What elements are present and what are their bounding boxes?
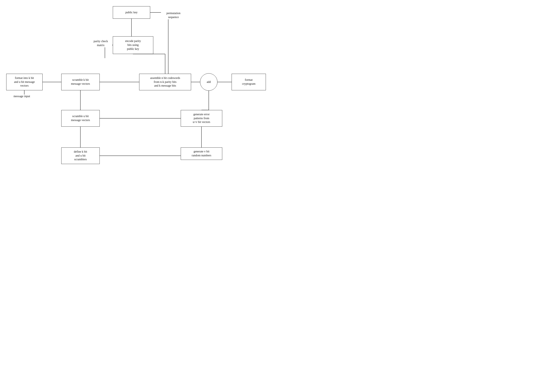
parity-check-label: parity check matrix	[89, 39, 112, 47]
permutation-sequence-label: permutation sequence	[161, 11, 186, 19]
scramble-u-box: scramble u bit message vectors	[61, 110, 100, 127]
add-circle: add	[200, 73, 218, 91]
format-cryptogram-box: format cryptogram	[232, 74, 266, 90]
connector-lines	[0, 0, 278, 196]
format-input-box: format into k bit and u bit message vect…	[6, 74, 43, 90]
encode-parity-box: encode parity bits using public key	[113, 36, 153, 54]
diagram: public key encode parity bits using publ…	[0, 0, 278, 196]
define-scramblers-box: define k bit and u bit scramblers	[61, 147, 100, 164]
assemble-box: assemble n bit codewords from n-k parity…	[139, 74, 191, 90]
scramble-k-box: scramble k bit message vectors	[61, 74, 100, 90]
generate-error-box: generate error patterns from u+v bit vec…	[181, 110, 222, 127]
message-input-label: message input	[8, 94, 35, 98]
public-key-box: public key	[113, 6, 150, 19]
generate-v-box: generate v bit random numbers	[181, 147, 222, 160]
